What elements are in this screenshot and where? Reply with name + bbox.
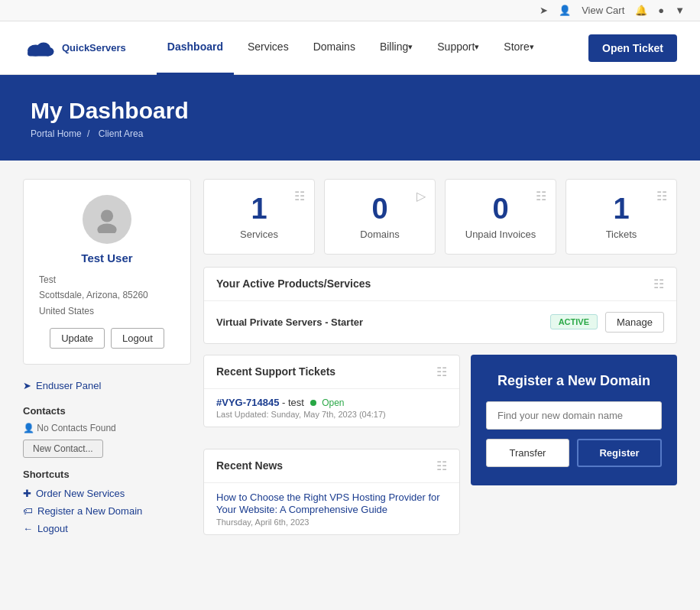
ticket-item: #VYG-714845 - test Open Last Updated: Su… xyxy=(204,389,459,427)
tickets-label: Tickets xyxy=(577,229,666,240)
breadcrumb: Portal Home / Client Area xyxy=(31,128,669,139)
bottom-left: Recent Support Tickets ☷ #VYG-714845 - t… xyxy=(203,355,460,546)
ticket-status-indicator xyxy=(310,400,316,406)
chevron-down-icon[interactable]: ▼ xyxy=(675,5,685,16)
recent-tickets-card: Recent Support Tickets ☷ #VYG-714845 - t… xyxy=(203,355,460,427)
shortcuts-section: Shortcuts ✚ Order New Services 🏷 Registe… xyxy=(23,469,191,537)
hero-section: My Dashboard Portal Home / Client Area xyxy=(0,75,700,161)
contacts-section: Contacts 👤 No Contacts Found New Contact… xyxy=(23,405,191,458)
domains-icon: ▷ xyxy=(416,189,426,203)
news-section-title: Recent News xyxy=(216,459,283,472)
update-button[interactable]: Update xyxy=(50,328,105,349)
news-section-icon: ☷ xyxy=(436,459,447,473)
invoices-label: Unpaid Invoices xyxy=(456,229,545,240)
svg-rect-3 xyxy=(28,50,50,57)
products-section-icon: ☷ xyxy=(653,277,664,291)
no-contacts-text: 👤 No Contacts Found xyxy=(23,421,191,435)
logout-button[interactable]: Logout xyxy=(111,328,164,349)
bottom-row: Recent Support Tickets ☷ #VYG-714845 - t… xyxy=(203,355,677,546)
stat-card-invoices: ☷ 0 Unpaid Invoices xyxy=(445,179,556,255)
nav-links: Dashboard Services Domains Billing Suppo… xyxy=(157,21,588,75)
domain-search-input[interactable] xyxy=(486,401,662,430)
enduser-panel-link[interactable]: ➤ Enduser Panel xyxy=(23,377,191,394)
domains-label: Domains xyxy=(335,229,424,240)
ticket-date: Last Updated: Sunday, May 7th, 2023 (04:… xyxy=(216,410,447,419)
domain-card: Register a New Domain Transfer Register xyxy=(471,355,677,485)
user-icon-small: 👤 xyxy=(23,423,34,433)
view-cart-link[interactable]: View Cart xyxy=(582,5,624,16)
product-name: Virtual Private Servers - Starter xyxy=(216,316,363,328)
left-panel: Test User Test Scottsdale, Arizona, 8526… xyxy=(23,179,191,548)
user-actions: Update Logout xyxy=(39,328,175,349)
manage-button[interactable]: Manage xyxy=(605,312,664,333)
domain-register-panel: Register a New Domain Transfer Register xyxy=(471,355,677,546)
tickets-count: 1 xyxy=(577,193,666,226)
nav-bar: QuickServers Dashboard Services Domains … xyxy=(0,21,700,75)
tickets-section-title: Recent Support Tickets xyxy=(216,365,335,378)
logo-text: QuickServers xyxy=(62,42,126,54)
news-date: Thursday, April 6th, 2023 xyxy=(216,518,447,527)
news-header: Recent News ☷ xyxy=(204,449,459,483)
active-products-card: Your Active Products/Services ☷ Virtual … xyxy=(203,267,677,344)
ticket-id-link[interactable]: #VYG-714845 xyxy=(216,397,279,408)
active-products-title: Your Active Products/Services xyxy=(216,277,371,290)
invoices-count: 0 xyxy=(456,193,545,226)
sidebar-logout-link[interactable]: ← Logout xyxy=(23,520,191,537)
product-row: Virtual Private Servers - Starter ACTIVE… xyxy=(204,301,676,343)
stat-card-services: ☷ 1 Services xyxy=(203,179,315,255)
domain-buttons: Transfer Register xyxy=(486,439,662,467)
status-badge: ACTIVE xyxy=(550,314,598,329)
open-ticket-button[interactable]: Open Ticket xyxy=(588,34,677,62)
forward-icon: ➤ xyxy=(540,5,548,16)
enduser-panel-section: ➤ Enduser Panel xyxy=(23,377,191,394)
breadcrumb-home[interactable]: Portal Home xyxy=(31,128,82,139)
new-contact-button[interactable]: New Contact... xyxy=(23,440,103,458)
order-new-services-link[interactable]: ✚ Order New Services xyxy=(23,485,191,502)
user-name: Test User xyxy=(39,251,175,264)
nav-domains[interactable]: Domains xyxy=(303,21,366,75)
transfer-button[interactable]: Transfer xyxy=(486,439,569,467)
register-button[interactable]: Register xyxy=(577,439,662,467)
user-card: Test User Test Scottsdale, Arizona, 8526… xyxy=(23,179,191,365)
nav-support[interactable]: Support xyxy=(426,21,490,75)
arrow-right-icon: ➤ xyxy=(23,380,31,391)
tag-icon: 🏷 xyxy=(23,505,33,517)
breadcrumb-separator: / xyxy=(87,128,89,139)
recent-news-card: Recent News ☷ How to Choose the Right VP… xyxy=(203,449,460,535)
register-domain-link[interactable]: 🏷 Register a New Domain xyxy=(23,502,191,520)
dashboard-grid: Test User Test Scottsdale, Arizona, 8526… xyxy=(23,179,677,548)
plus-icon: ✚ xyxy=(23,488,31,499)
nav-store[interactable]: Store xyxy=(493,21,544,75)
user-info: Test Scottsdale, Arizona, 85260 United S… xyxy=(39,272,175,319)
svg-point-4 xyxy=(101,209,113,222)
right-panel: ☷ 1 Services ▷ 0 Domains ☷ 0 Unpaid Invo… xyxy=(203,179,677,548)
svg-point-5 xyxy=(97,223,116,233)
bell-icon[interactable]: 🔔 xyxy=(635,5,647,16)
logo-icon xyxy=(23,37,57,59)
nav-services[interactable]: Services xyxy=(237,21,300,75)
tickets-header: Recent Support Tickets ☷ xyxy=(204,355,459,389)
domain-card-title: Register a New Domain xyxy=(486,373,662,389)
ticket-status-text: Open xyxy=(322,397,344,408)
services-count: 1 xyxy=(215,193,303,226)
news-title-link[interactable]: How to Choose the Right VPS Hosting Prov… xyxy=(216,492,440,515)
user-avatar-icon: 👤 xyxy=(559,5,571,16)
page-title: My Dashboard xyxy=(31,98,669,124)
shortcuts-heading: Shortcuts xyxy=(23,469,191,480)
user-icon[interactable]: ● xyxy=(658,5,664,16)
stats-row: ☷ 1 Services ▷ 0 Domains ☷ 0 Unpaid Invo… xyxy=(203,179,677,255)
domains-count: 0 xyxy=(335,193,424,226)
user-address-line2: Scottsdale, Arizona, 85260 xyxy=(39,287,175,303)
active-products-header: Your Active Products/Services ☷ xyxy=(204,268,676,301)
breadcrumb-current: Client Area xyxy=(99,128,144,139)
tickets-section-icon: ☷ xyxy=(436,365,447,379)
nav-billing[interactable]: Billing xyxy=(369,21,423,75)
services-icon: ☷ xyxy=(294,189,305,203)
enduser-panel-label: Enduser Panel xyxy=(36,380,101,391)
nav-dashboard[interactable]: Dashboard xyxy=(157,21,234,75)
avatar xyxy=(83,195,131,244)
main-content: Test User Test Scottsdale, Arizona, 8526… xyxy=(0,161,700,566)
product-actions: ACTIVE Manage xyxy=(550,312,664,333)
user-address-line3: United States xyxy=(39,303,175,319)
user-address-line1: Test xyxy=(39,272,175,287)
